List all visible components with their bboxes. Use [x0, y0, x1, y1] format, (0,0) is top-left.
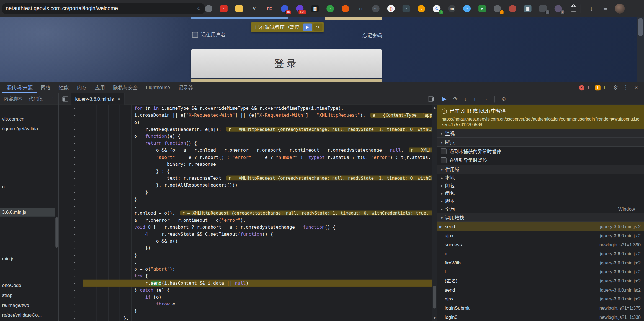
extension-icon-11[interactable]: □: [357, 5, 364, 12]
code-text[interactable]: }: [83, 308, 432, 315]
navigator-item[interactable]: n: [0, 182, 55, 191]
step-button[interactable]: →: [483, 96, 488, 101]
chevron-right-icon[interactable]: ▸: [441, 197, 443, 205]
navigator-tab-content-scripts[interactable]: 内容脚本: [4, 96, 22, 102]
code-text[interactable]: o = o("abort");: [83, 266, 432, 272]
code-text[interactable]: }: [83, 252, 432, 259]
gutter-mark[interactable]: -: [59, 294, 83, 300]
banner-step-over-icon[interactable]: ↷: [313, 24, 323, 31]
gutter-mark[interactable]: -: [59, 300, 83, 307]
chevron-right-icon[interactable]: ▸: [441, 182, 443, 190]
devtools-tab-7[interactable]: 记录器: [174, 82, 197, 93]
call-stack-frame[interactable]: login0newlogin.js?1=1:338: [437, 312, 644, 321]
editor-scrollbar-thumb[interactable]: [433, 286, 436, 309]
extension-icon-24[interactable]: 0: [555, 5, 562, 12]
address-bar-url[interactable]: netauthtest.geovis.com.cn/portal/login/w…: [6, 5, 118, 11]
scope-row[interactable]: ▸闭包: [437, 182, 644, 190]
call-stack-frame[interactable]: (匿名)jquery-3.6.0.min.js:2: [437, 276, 644, 286]
gutter-mark[interactable]: -: [59, 168, 83, 175]
toggle-navigator-icon[interactable]: [62, 96, 68, 101]
devtools-tab-0[interactable]: 源代码/来源: [2, 82, 37, 93]
address-bar[interactable]: netauthtest.geovis.com.cn/portal/login/w…: [2, 3, 205, 14]
gutter-mark[interactable]: -: [59, 315, 83, 321]
code-text[interactable]: ,: [83, 203, 432, 210]
gutter-mark[interactable]: -: [59, 266, 83, 272]
code-text[interactable]: ,: [83, 259, 432, 266]
devtools-tab-5[interactable]: 隐私与安全: [109, 82, 142, 93]
breakpoint-option-row[interactable]: 在遇到异常时暂停: [437, 156, 644, 165]
call-stack-frame[interactable]: sendjquery-3.6.0.min.js:2: [437, 285, 644, 294]
call-stack-frame[interactable]: ajaxjquery-3.6.0.min.js:2: [437, 231, 644, 240]
navigator-item[interactable]: min.js: [0, 254, 55, 263]
gutter-mark[interactable]: -: [59, 133, 83, 140]
code-text[interactable]: e): [83, 119, 432, 126]
issues-icon[interactable]: !: [595, 85, 600, 90]
section-header-watch[interactable]: ▸监视: [437, 129, 644, 138]
breakpoint-checkbox[interactable]: [441, 149, 447, 154]
navigator-item[interactable]: oneCode: [0, 281, 55, 290]
gutter-mark[interactable]: -: [59, 245, 83, 252]
extension-icon-18[interactable]: *: [463, 5, 471, 12]
gutter-mark[interactable]: -: [59, 217, 83, 224]
login-button[interactable]: 登录: [191, 49, 382, 78]
gutter-mark[interactable]: -: [59, 287, 83, 294]
gutter-mark[interactable]: -: [59, 119, 83, 126]
code-text[interactable]: r.setRequestHeader(n, e[n]);r = XMLHttpR…: [83, 126, 432, 133]
extension-icon-10[interactable]: [342, 5, 349, 12]
editor-tab-jquery[interactable]: jquery-3.6.0.min.js ×: [71, 93, 124, 105]
gutter-mark[interactable]: -: [59, 252, 83, 259]
console-errors-count[interactable]: 1: [587, 85, 590, 90]
gutter-mark[interactable]: -: [59, 147, 83, 154]
gutter-mark[interactable]: -: [59, 182, 83, 189]
extension-icon-4[interactable]: V: [251, 5, 258, 12]
code-text[interactable]: i.crossDomain || e["X-Requested-With"] |…: [83, 112, 432, 119]
gutter-mark[interactable]: -: [59, 126, 83, 133]
devtools-tab-4[interactable]: 应用: [91, 82, 109, 93]
step-over-button[interactable]: ↷: [453, 96, 457, 101]
gutter-mark[interactable]: -: [59, 161, 83, 168]
breakpoint-checkbox[interactable]: [441, 157, 447, 163]
resume-button[interactable]: ▶: [442, 96, 447, 101]
devtools-tab-2[interactable]: 性能: [55, 82, 73, 93]
remember-username-label[interactable]: 记住用户名: [201, 31, 225, 38]
gutter-mark[interactable]: -: [59, 259, 83, 266]
devtools-more-menu-icon[interactable]: ⋮: [622, 84, 630, 91]
gutter-mark[interactable]: -: [59, 196, 83, 203]
call-stack-frame[interactable]: fireWithjquery-3.6.0.min.js:2: [437, 258, 644, 268]
extension-icon-22[interactable]: ▣: [524, 5, 532, 12]
page-scrollbar-thumb[interactable]: [638, 18, 643, 36]
profile-avatar[interactable]: [615, 4, 625, 14]
scope-row[interactable]: ▸全局Window: [437, 205, 644, 213]
gutter-mark[interactable]: -: [59, 140, 83, 147]
section-header-scope[interactable]: ▾作用域: [437, 165, 644, 174]
scrollbar-down-icon[interactable]: ▾: [432, 316, 437, 320]
code-text[interactable]: },: [83, 315, 432, 321]
scrollbar-up-icon[interactable]: ▴: [432, 106, 437, 110]
call-stack-frame[interactable]: successnewlogin.js?1=1:390: [437, 240, 644, 249]
code-text[interactable]: void 0 !== r.onabort ? r.onabort = a : r…: [83, 224, 432, 231]
code-text[interactable]: "abort" === e ? r.abort() : "error" === …: [83, 154, 432, 161]
extension-icon-17[interactable]: oo: [448, 5, 455, 12]
banner-resume-icon[interactable]: ▶: [303, 24, 312, 31]
devtools-tab-6[interactable]: Lighthouse: [142, 82, 174, 93]
code-text[interactable]: a = r.onerror = r.ontimeout = o("error")…: [83, 217, 432, 224]
gutter-mark[interactable]: -: [59, 273, 83, 280]
slider-captcha-partial[interactable]: [191, 79, 382, 82]
code-text[interactable]: for (n in i.mimeType && r.overrideMimeTy…: [83, 105, 432, 112]
extension-icon-12[interactable]: ⋯: [372, 5, 380, 12]
editor-tab-label[interactable]: jquery-3.6.0.min.js: [75, 96, 114, 101]
code-text[interactable]: r.send(i.hasContent && i.data || null): [83, 280, 432, 287]
extension-icon-13[interactable]: ◎: [387, 5, 395, 12]
page-scrollbar[interactable]: [637, 17, 644, 82]
code-text[interactable]: try {: [83, 273, 432, 280]
code-text[interactable]: o && a(): [83, 238, 432, 244]
extension-icon-5[interactable]: FE: [266, 5, 273, 12]
code-text[interactable]: 4 === r.readyState && C.setTimeout(funct…: [83, 231, 432, 238]
scope-row[interactable]: ▸本地: [437, 174, 644, 182]
extension-icon-15[interactable]: ○: [418, 5, 425, 12]
gutter-mark[interactable]: -: [59, 308, 83, 315]
extension-icon-2[interactable]: •: [220, 5, 228, 12]
remember-username-checkbox[interactable]: [192, 32, 198, 38]
console-errors-icon[interactable]: ×: [579, 85, 584, 90]
code-text[interactable]: return function() {: [83, 140, 432, 147]
